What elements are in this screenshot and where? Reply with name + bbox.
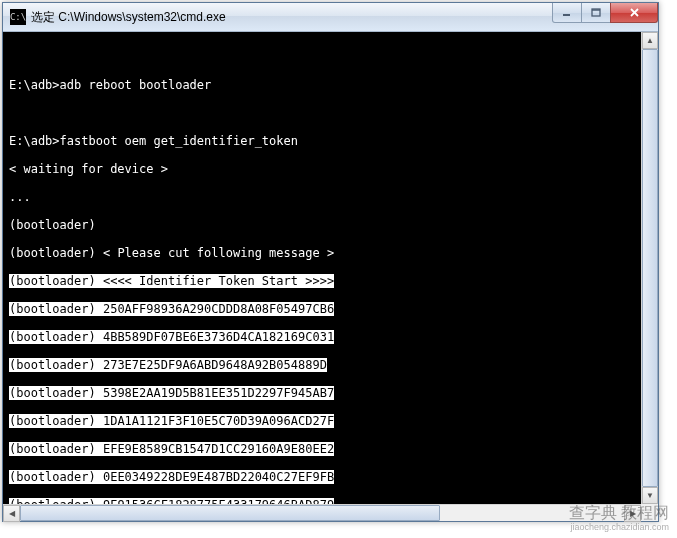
cmd-window: C:\ 选定 C:\Windows\system32\cmd.exe E:\ad… xyxy=(2,2,659,522)
vertical-scrollbar[interactable]: ▲ ▼ xyxy=(641,32,658,504)
close-button[interactable] xyxy=(610,3,658,23)
prompt: E:\adb> xyxy=(9,78,60,92)
bootloader-tag: (bootloader) xyxy=(9,330,96,344)
bootloader-tag: (bootloader) xyxy=(9,302,96,316)
command-text: adb reboot bootloader xyxy=(60,78,212,92)
token-line: 4BB589DF07BE6E3736D4CA182169C031 xyxy=(96,330,334,344)
token-line: 0EE0349228DE9E487BD22040C27EF9FB xyxy=(96,470,334,484)
bootloader-tag: (bootloader) xyxy=(9,218,96,232)
token-line: 1DA1A1121F3F10E5C70D39A096ACD27F xyxy=(96,414,334,428)
bootloader-tag: (bootloader) xyxy=(9,414,96,428)
terminal-area[interactable]: E:\adb>adb reboot bootloader E:\adb>fast… xyxy=(3,32,658,521)
scroll-left-arrow-icon[interactable]: ◀ xyxy=(3,505,20,522)
bootloader-tag: (bootloader) xyxy=(9,442,96,456)
scroll-up-arrow-icon[interactable]: ▲ xyxy=(642,32,658,49)
token-line: 273E7E25DF9A6ABD9648A92B054889D xyxy=(96,358,327,372)
output-line: ... xyxy=(9,190,658,204)
watermark-subtext: jiaocheng.chazidian.com xyxy=(569,522,669,532)
scroll-right-arrow-icon[interactable]: ▶ xyxy=(624,505,641,522)
token-line: EFE9E8589CB1547D1CC29160A9E80EE2 xyxy=(96,442,334,456)
token-start: <<<< Identifier Token Start >>>> xyxy=(96,274,334,288)
scroll-down-arrow-icon[interactable]: ▼ xyxy=(642,487,658,504)
scroll-thumb-vertical[interactable] xyxy=(642,49,658,487)
titlebar[interactable]: C:\ 选定 C:\Windows\system32\cmd.exe xyxy=(3,3,658,32)
cmd-icon: C:\ xyxy=(10,9,26,25)
window-title: 选定 C:\Windows\system32\cmd.exe xyxy=(31,9,226,26)
prompt: E:\adb> xyxy=(9,134,60,148)
maximize-button[interactable] xyxy=(581,3,611,23)
output-line: < waiting for device > xyxy=(9,162,658,176)
command-text: fastboot oem get_identifier_token xyxy=(60,134,298,148)
terminal-content: E:\adb>adb reboot bootloader E:\adb>fast… xyxy=(3,32,658,521)
cut-message: < Please cut following message > xyxy=(96,246,334,260)
scrollbar-corner xyxy=(641,504,658,521)
scroll-thumb-horizontal[interactable] xyxy=(20,505,440,521)
bootloader-tag: (bootloader) xyxy=(9,246,96,260)
token-line: 250AFF98936A290CDDD8A08F05497CB6 xyxy=(96,302,334,316)
bootloader-tag: (bootloader) xyxy=(9,470,96,484)
token-line: 5398E2AA19D5B81EE351D2297F945AB7 xyxy=(96,386,334,400)
bootloader-tag: (bootloader) xyxy=(9,386,96,400)
horizontal-scrollbar[interactable]: ◀ ▶ xyxy=(3,504,641,521)
window-controls xyxy=(553,3,658,23)
bootloader-tag: (bootloader) xyxy=(9,274,96,288)
bootloader-tag: (bootloader) xyxy=(9,358,96,372)
minimize-button[interactable] xyxy=(552,3,582,23)
